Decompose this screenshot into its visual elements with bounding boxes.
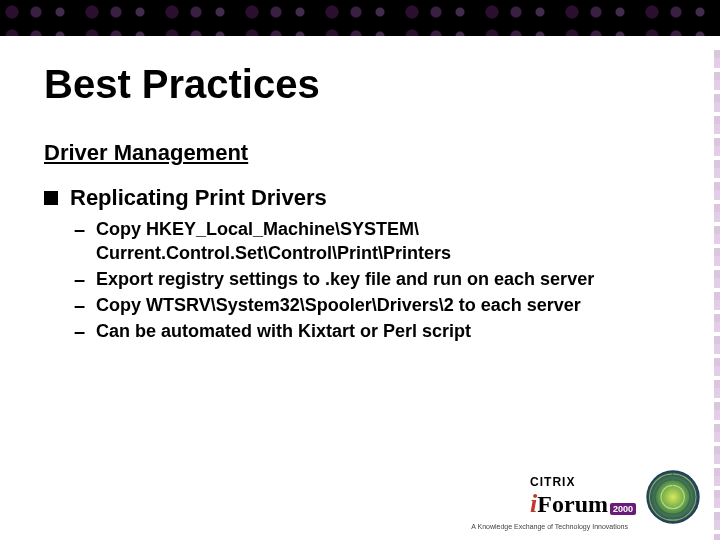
logo-text-block: CITRIX i Forum 2000 bbox=[530, 475, 636, 519]
list-item: – Export registry settings to .key file … bbox=[74, 267, 664, 291]
swirl-icon bbox=[644, 468, 702, 526]
decorative-side-stripe bbox=[714, 50, 720, 540]
iforum-i: i bbox=[530, 489, 537, 519]
dash-bullet-icon: – bbox=[74, 217, 86, 241]
slide-subtitle: Driver Management bbox=[44, 140, 248, 166]
list-item: Replicating Print Drivers bbox=[44, 185, 664, 211]
year-badge: 2000 bbox=[610, 503, 636, 515]
dash-bullet-icon: – bbox=[74, 319, 86, 343]
iforum-forum: Forum bbox=[537, 491, 608, 518]
purple-dot-pattern bbox=[0, 0, 720, 50]
list-item: – Can be automated with Kixtart or Perl … bbox=[74, 319, 664, 343]
iforum-wordmark: i Forum 2000 bbox=[530, 489, 636, 519]
decorative-top-border bbox=[0, 0, 720, 50]
list-item: – Copy HKEY_Local_Machine\SYSTEM\ Curren… bbox=[74, 217, 664, 265]
bullet-text: Export registry settings to .key file an… bbox=[96, 267, 594, 291]
footer-logo: CITRIX i Forum 2000 bbox=[530, 468, 702, 526]
slide: Best Practices Driver Management Replica… bbox=[0, 0, 720, 540]
dash-bullet-icon: – bbox=[74, 293, 86, 317]
section-heading: Replicating Print Drivers bbox=[70, 185, 327, 211]
slide-body: Replicating Print Drivers – Copy HKEY_Lo… bbox=[44, 185, 664, 345]
citrix-wordmark: CITRIX bbox=[530, 475, 636, 489]
bullet-text: Copy WTSRV\System32\Spooler\Drivers\2 to… bbox=[96, 293, 581, 317]
bullet-text: Can be automated with Kixtart or Perl sc… bbox=[96, 319, 471, 343]
list-item: – Copy WTSRV\System32\Spooler\Drivers\2 … bbox=[74, 293, 664, 317]
square-bullet-icon bbox=[44, 191, 58, 205]
bullet-text: Copy HKEY_Local_Machine\SYSTEM\ Current.… bbox=[96, 217, 664, 265]
dash-bullet-icon: – bbox=[74, 267, 86, 291]
sub-list: – Copy HKEY_Local_Machine\SYSTEM\ Curren… bbox=[74, 217, 664, 343]
slide-title: Best Practices bbox=[44, 62, 320, 107]
